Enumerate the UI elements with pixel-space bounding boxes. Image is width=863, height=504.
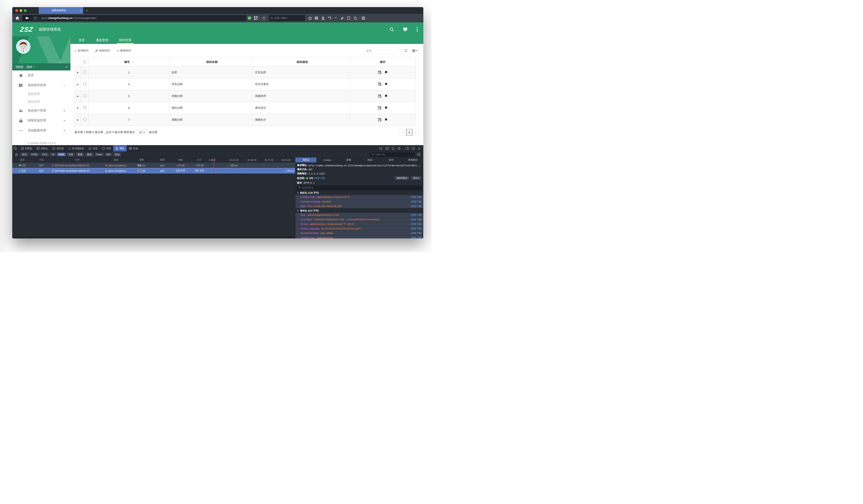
minimize-window-button[interactable] [20, 9, 22, 12]
back-icon[interactable] [22, 15, 32, 21]
header-row[interactable]: Accept:application/json, text/javascript… [295, 222, 423, 226]
filter-ws[interactable]: WS [105, 153, 112, 156]
col-method[interactable]: 方法 [32, 158, 51, 162]
separate-window-icon[interactable] [410, 146, 416, 151]
apps-box-icon[interactable] [403, 27, 408, 32]
undo-close-tab-icon[interactable] [326, 15, 333, 21]
columns-button[interactable] [410, 47, 419, 54]
learn-more-link[interactable]: [详细了解] [411, 227, 422, 230]
learn-more-link[interactable]: [详细了解] [411, 213, 422, 217]
sidebar-item-organization-mgmt[interactable]: 组织管理 [12, 98, 71, 106]
request-url-value[interactable]: http://upms.zhangshuzheng.cn:1111/manage… [309, 164, 420, 167]
row-expand-button[interactable]: + [75, 90, 81, 102]
header-row[interactable]: Host:upms.zhangshuzheng.cn:1111[详细了解] [295, 213, 423, 217]
page-size-select[interactable]: 10 [137, 130, 147, 135]
col-domain[interactable]: 域名 [104, 158, 128, 162]
home-icon[interactable] [12, 16, 22, 20]
header-row[interactable]: Content-Type:application/json[详细了解] [295, 236, 423, 238]
row-checkbox[interactable] [83, 94, 86, 97]
row-checkbox[interactable] [83, 106, 86, 109]
tab-organization-mgmt[interactable]: 组织管理 [114, 36, 137, 44]
col-file[interactable]: 文件 [51, 158, 104, 162]
row-expand-button[interactable]: + [75, 66, 81, 78]
edit-resend-button[interactable]: 编辑和重发 [395, 176, 410, 180]
sidebar-item-role-user[interactable]: 角色用户管理 + [12, 106, 71, 116]
learn-more-link[interactable]: [详细了解] [411, 236, 422, 239]
table-row[interactable]: + 7 湖南分部 湖南长沙 ✖ [75, 114, 416, 126]
row-expand-button[interactable]: + [75, 102, 81, 114]
devtools-tab-inspector[interactable]: 查看器 [19, 146, 35, 151]
filter-flash[interactable]: Flash [95, 153, 104, 156]
edit-row-icon[interactable] [378, 106, 381, 110]
devtools-tab-style-editor[interactable]: { }样式编辑器 [66, 146, 86, 151]
row-checkbox[interactable] [83, 83, 86, 85]
reload-icon[interactable] [261, 15, 267, 21]
throttling-toggle-icon[interactable] [416, 152, 422, 157]
app-search-icon[interactable] [390, 27, 394, 32]
col-id-header[interactable]: 编号 [89, 58, 169, 66]
expand-icon[interactable]: + [63, 119, 65, 123]
close-window-button[interactable] [15, 9, 18, 12]
filter-js[interactable]: JS [50, 153, 56, 156]
user-greeting[interactable]: 张恕征，您好！ [12, 63, 71, 71]
add-org-button[interactable]: + 新增组织 [75, 49, 89, 52]
performance-analysis-icon[interactable] [12, 237, 21, 238]
header-row[interactable]: Accept-Language:zh-CN,zh;q=0.8,en-US;q=0… [295, 226, 423, 231]
col-size[interactable]: 大小 [191, 158, 208, 162]
sidebar-item-system-mgmt[interactable]: 系统管理 [12, 90, 71, 98]
browser-tab[interactable]: 权限管理系统 × [39, 7, 83, 14]
zoom-window-button[interactable] [24, 9, 26, 12]
row-expand-button[interactable]: + [75, 114, 81, 126]
col-type[interactable]: 类型 [155, 158, 170, 162]
row-checkbox[interactable] [83, 71, 86, 74]
page-1-button[interactable]: 1 [406, 129, 413, 136]
sidebar-item-other-data[interactable]: 其他数据管理 + [12, 126, 71, 136]
filter-url-box[interactable]: 过滤 URL [370, 152, 415, 156]
browser-search-box[interactable] [269, 15, 305, 21]
avatar[interactable] [16, 39, 30, 54]
header-row[interactable]: Transfer-Encoding:chunked[详细了解] [295, 200, 423, 204]
bookmark-star-icon[interactable] [307, 15, 313, 21]
request-headers-section[interactable]: 请求头 (622 字节) [295, 209, 423, 213]
site-info-icon[interactable] [32, 16, 39, 20]
learn-more-link[interactable]: [详细了解] [411, 200, 422, 203]
screenshot-crop-icon[interactable] [352, 15, 359, 21]
qr-code-icon[interactable] [253, 15, 259, 21]
filter-headers-box[interactable]: 过滤消息头 [297, 186, 422, 190]
header-row[interactable]: Date:Thu, 14 Sep 2017 08:56:08 GMT[详细了解] [295, 204, 423, 209]
network-request-row-selected[interactable]: 200 GET list?order=asc&offset=0&limit=10… [12, 168, 295, 173]
learn-more-link[interactable]: [详细了解] [411, 231, 422, 235]
close-devtools-icon[interactable] [416, 146, 422, 151]
download-icon[interactable] [320, 15, 326, 21]
url-bar[interactable]: upms.zhangshuzheng.cn:1111/manage/index [22, 15, 246, 21]
table-search-input[interactable] [364, 47, 400, 54]
edit-org-button[interactable]: 编辑组织 [95, 49, 110, 52]
sidebar-item-permission[interactable]: 权限资源管理 + [12, 116, 71, 126]
filter-images[interactable]: 图像 [76, 152, 84, 156]
filter-media[interactable]: 媒体 [85, 152, 93, 156]
edit-row-icon[interactable] [378, 83, 381, 86]
kebab-menu-icon[interactable] [417, 27, 418, 32]
col-waterfall[interactable]: 0 毫秒 10.24 秒 20.48 秒 30.72 秒 40.96 秒 [208, 158, 295, 162]
edit-row-icon[interactable] [378, 94, 381, 98]
pick-element-icon[interactable] [12, 146, 19, 151]
collapse-icon[interactable]: − [63, 83, 65, 87]
sidebar-item-home[interactable]: 首页 [12, 71, 71, 80]
filter-xhr[interactable]: XHR [57, 153, 65, 156]
menu-hamburger-icon[interactable] [360, 15, 366, 21]
detail-tab-timings[interactable]: 耗时 [381, 158, 402, 162]
responsive-mode-icon[interactable] [390, 146, 396, 151]
delete-row-icon[interactable]: ✖ [385, 106, 388, 110]
devtools-tab-memory[interactable]: 内存 [100, 146, 113, 151]
select-all-checkbox[interactable] [83, 60, 86, 63]
devtools-tab-console[interactable]: 控制台 [35, 146, 50, 151]
tab-home[interactable]: 首页 [73, 36, 90, 44]
col-transferred[interactable]: 传输 [170, 158, 191, 162]
expand-icon[interactable]: + [63, 109, 65, 113]
new-tab-button[interactable]: + [83, 7, 90, 14]
delete-row-icon[interactable]: ✖ [385, 70, 388, 74]
header-row[interactable]: Content-Type:application/json;charset=UT… [295, 195, 423, 200]
raw-headers-button[interactable]: 原始头 [411, 176, 422, 180]
filter-html[interactable]: HTML [29, 153, 39, 156]
table-row[interactable]: + 5 河南分部 河南郑州 ✖ [75, 90, 416, 102]
